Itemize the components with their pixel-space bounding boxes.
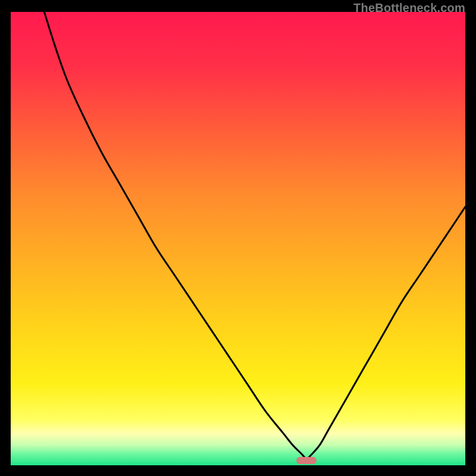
chart-frame: TheBottleneck.com [0,0,476,476]
optimum-marker [296,457,317,464]
watermark-text: TheBottleneck.com [353,1,465,15]
bottleneck-curve [11,12,465,465]
curve-path [11,12,465,459]
plot-area [11,12,465,465]
